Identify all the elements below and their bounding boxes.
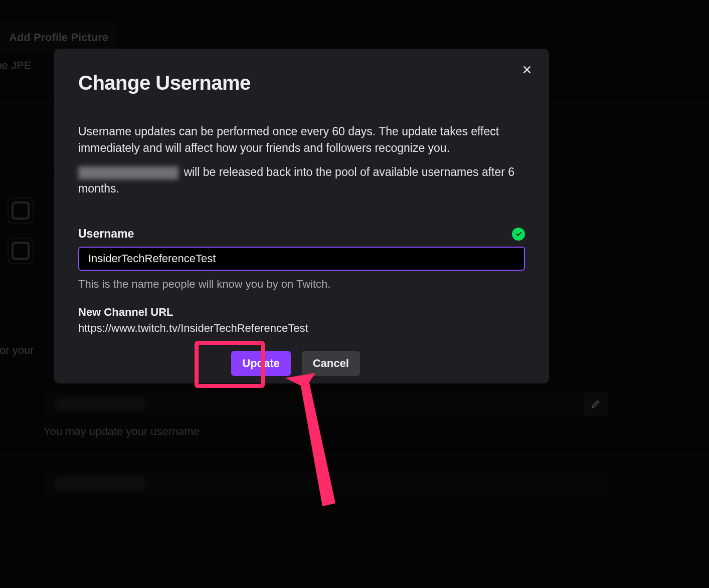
username-helper-text: This is the name people will know you by… [78,278,525,291]
update-button[interactable]: Update [231,351,291,376]
change-username-modal: Change Username Username updates can be … [54,49,549,383]
check-icon [515,230,522,238]
channel-url-value: https://www.twitch.tv/InsiderTechReferen… [78,322,525,335]
close-icon [521,64,533,75]
close-modal-button[interactable] [520,63,534,77]
channel-url-label: New Channel URL [78,306,525,319]
username-field-label: Username [78,227,134,241]
release-username-info: will be released back into the pool of a… [78,164,525,198]
redacted-old-username [78,166,179,179]
username-valid-indicator [512,228,525,241]
username-input[interactable] [78,247,525,271]
update-frequency-info: Username updates can be performed once e… [78,123,525,157]
cancel-button[interactable]: Cancel [302,351,360,376]
modal-title: Change Username [78,72,525,94]
modal-button-row: Update Cancel [72,351,519,376]
